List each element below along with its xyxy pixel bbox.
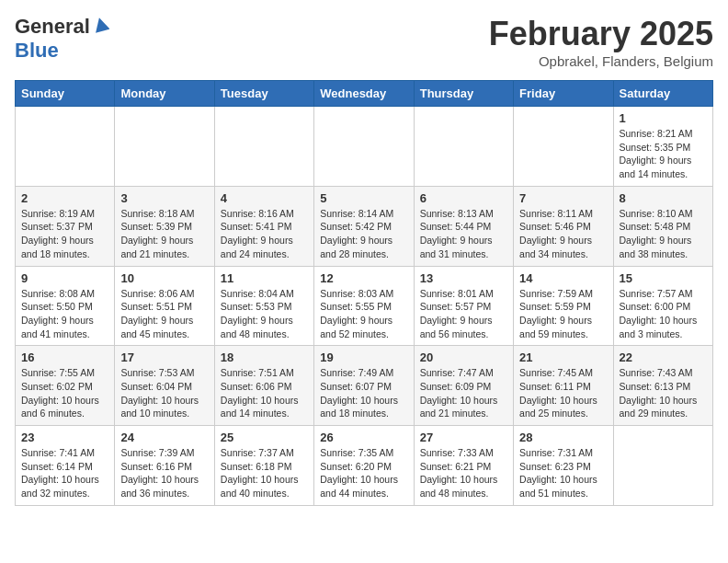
day-number: 20 — [420, 350, 507, 364]
calendar-cell: 3Sunrise: 8:18 AM Sunset: 5:39 PM Daylig… — [115, 186, 214, 266]
calendar-cell: 20Sunrise: 7:47 AM Sunset: 6:09 PM Dayli… — [414, 346, 513, 426]
day-number: 21 — [519, 350, 607, 364]
calendar-header-tuesday: Tuesday — [214, 81, 313, 107]
day-info: Sunrise: 7:43 AM Sunset: 6:13 PM Dayligh… — [620, 366, 707, 420]
day-info: Sunrise: 8:06 AM Sunset: 5:51 PM Dayligh… — [120, 287, 208, 341]
day-info: Sunrise: 7:51 AM Sunset: 6:06 PM Dayligh… — [221, 366, 308, 420]
logo-triangle-icon — [93, 17, 109, 37]
calendar-header-saturday: Saturday — [613, 81, 712, 107]
day-info: Sunrise: 7:47 AM Sunset: 6:09 PM Dayligh… — [420, 366, 507, 420]
calendar-body: 1Sunrise: 8:21 AM Sunset: 5:35 PM Daylig… — [16, 107, 713, 506]
day-info: Sunrise: 8:18 AM Sunset: 5:39 PM Dayligh… — [120, 207, 208, 261]
day-number: 6 — [420, 191, 507, 205]
calendar-header-sunday: Sunday — [16, 81, 115, 107]
day-info: Sunrise: 8:03 AM Sunset: 5:55 PM Dayligh… — [320, 287, 407, 341]
day-info: Sunrise: 7:57 AM Sunset: 6:00 PM Dayligh… — [620, 287, 707, 341]
calendar-cell — [514, 107, 613, 187]
calendar-cell: 18Sunrise: 7:51 AM Sunset: 6:06 PM Dayli… — [214, 346, 313, 426]
calendar-header-monday: Monday — [115, 81, 214, 107]
title-area: February 2025 Opbrakel, Flanders, Belgiu… — [489, 15, 713, 69]
day-info: Sunrise: 7:53 AM Sunset: 6:04 PM Dayligh… — [120, 366, 208, 420]
day-info: Sunrise: 7:49 AM Sunset: 6:07 PM Dayligh… — [320, 366, 407, 420]
calendar-cell: 2Sunrise: 8:19 AM Sunset: 5:37 PM Daylig… — [16, 186, 115, 266]
logo-blue-text: Blue — [15, 39, 59, 62]
page-header: General Blue February 2025 Opbrakel, Fla… — [15, 15, 713, 69]
calendar-cell: 8Sunrise: 8:10 AM Sunset: 5:48 PM Daylig… — [613, 186, 712, 266]
calendar-week-row: 9Sunrise: 8:08 AM Sunset: 5:50 PM Daylig… — [16, 266, 713, 346]
calendar-cell: 1Sunrise: 8:21 AM Sunset: 5:35 PM Daylig… — [613, 107, 712, 187]
calendar-cell: 27Sunrise: 7:33 AM Sunset: 6:21 PM Dayli… — [414, 426, 513, 506]
day-info: Sunrise: 8:14 AM Sunset: 5:42 PM Dayligh… — [320, 207, 407, 261]
day-info: Sunrise: 8:16 AM Sunset: 5:41 PM Dayligh… — [221, 207, 308, 261]
calendar-cell: 26Sunrise: 7:35 AM Sunset: 6:20 PM Dayli… — [314, 426, 414, 506]
day-number: 8 — [620, 191, 707, 205]
calendar-cell: 9Sunrise: 8:08 AM Sunset: 5:50 PM Daylig… — [16, 266, 115, 346]
calendar-cell: 14Sunrise: 7:59 AM Sunset: 5:59 PM Dayli… — [514, 266, 613, 346]
day-number: 14 — [519, 271, 607, 285]
day-info: Sunrise: 8:13 AM Sunset: 5:44 PM Dayligh… — [420, 207, 507, 261]
day-info: Sunrise: 7:31 AM Sunset: 6:23 PM Dayligh… — [519, 446, 607, 500]
day-info: Sunrise: 7:41 AM Sunset: 6:14 PM Dayligh… — [21, 446, 108, 500]
day-info: Sunrise: 7:45 AM Sunset: 6:11 PM Dayligh… — [519, 366, 607, 420]
day-number: 15 — [620, 271, 707, 285]
calendar-cell — [414, 107, 513, 187]
svg-marker-0 — [93, 17, 109, 33]
calendar-cell: 16Sunrise: 7:55 AM Sunset: 6:02 PM Dayli… — [16, 346, 115, 426]
day-info: Sunrise: 8:21 AM Sunset: 5:35 PM Dayligh… — [620, 127, 707, 181]
logo-general-text: General — [15, 15, 90, 39]
calendar-cell: 23Sunrise: 7:41 AM Sunset: 6:14 PM Dayli… — [16, 426, 115, 506]
calendar-cell: 17Sunrise: 7:53 AM Sunset: 6:04 PM Dayli… — [115, 346, 214, 426]
day-number: 10 — [120, 271, 208, 285]
calendar-cell: 12Sunrise: 8:03 AM Sunset: 5:55 PM Dayli… — [314, 266, 414, 346]
day-info: Sunrise: 8:04 AM Sunset: 5:53 PM Dayligh… — [221, 287, 308, 341]
calendar-week-row: 2Sunrise: 8:19 AM Sunset: 5:37 PM Daylig… — [16, 186, 713, 266]
calendar-cell: 10Sunrise: 8:06 AM Sunset: 5:51 PM Dayli… — [115, 266, 214, 346]
calendar-header-thursday: Thursday — [414, 81, 513, 107]
calendar-cell — [214, 107, 313, 187]
day-number: 24 — [120, 431, 208, 444]
day-number: 19 — [320, 350, 407, 364]
day-number: 13 — [420, 271, 507, 285]
calendar-cell — [314, 107, 414, 187]
month-title: February 2025 — [489, 15, 713, 53]
day-number: 12 — [320, 271, 407, 285]
calendar-cell: 19Sunrise: 7:49 AM Sunset: 6:07 PM Dayli… — [314, 346, 414, 426]
calendar-cell: 22Sunrise: 7:43 AM Sunset: 6:13 PM Dayli… — [613, 346, 712, 426]
calendar-cell — [613, 426, 712, 506]
day-number: 2 — [21, 191, 108, 205]
day-number: 17 — [120, 350, 208, 364]
day-info: Sunrise: 8:19 AM Sunset: 5:37 PM Dayligh… — [21, 207, 108, 261]
day-info: Sunrise: 8:10 AM Sunset: 5:48 PM Dayligh… — [620, 207, 707, 261]
logo: General Blue — [15, 15, 109, 63]
day-info: Sunrise: 7:55 AM Sunset: 6:02 PM Dayligh… — [21, 366, 108, 420]
day-info: Sunrise: 7:37 AM Sunset: 6:18 PM Dayligh… — [221, 446, 308, 500]
calendar-cell: 7Sunrise: 8:11 AM Sunset: 5:46 PM Daylig… — [514, 186, 613, 266]
calendar-cell: 6Sunrise: 8:13 AM Sunset: 5:44 PM Daylig… — [414, 186, 513, 266]
calendar-week-row: 23Sunrise: 7:41 AM Sunset: 6:14 PM Dayli… — [16, 426, 713, 506]
calendar-cell: 15Sunrise: 7:57 AM Sunset: 6:00 PM Dayli… — [613, 266, 712, 346]
calendar-cell: 24Sunrise: 7:39 AM Sunset: 6:16 PM Dayli… — [115, 426, 214, 506]
calendar-week-row: 1Sunrise: 8:21 AM Sunset: 5:35 PM Daylig… — [16, 107, 713, 187]
day-number: 3 — [120, 191, 208, 205]
calendar-cell: 11Sunrise: 8:04 AM Sunset: 5:53 PM Dayli… — [214, 266, 313, 346]
day-info: Sunrise: 7:39 AM Sunset: 6:16 PM Dayligh… — [120, 446, 208, 500]
calendar-header-friday: Friday — [514, 81, 613, 107]
day-number: 18 — [221, 350, 308, 364]
day-number: 1 — [620, 111, 707, 125]
calendar-cell — [115, 107, 214, 187]
day-info: Sunrise: 8:11 AM Sunset: 5:46 PM Dayligh… — [519, 207, 607, 261]
day-number: 5 — [320, 191, 407, 205]
day-info: Sunrise: 8:08 AM Sunset: 5:50 PM Dayligh… — [21, 287, 108, 341]
location-text: Opbrakel, Flanders, Belgium — [489, 53, 713, 69]
calendar-cell: 5Sunrise: 8:14 AM Sunset: 5:42 PM Daylig… — [314, 186, 414, 266]
day-number: 23 — [21, 431, 108, 444]
day-number: 11 — [221, 271, 308, 285]
calendar-cell: 25Sunrise: 7:37 AM Sunset: 6:18 PM Dayli… — [214, 426, 313, 506]
calendar-cell: 21Sunrise: 7:45 AM Sunset: 6:11 PM Dayli… — [514, 346, 613, 426]
day-number: 22 — [620, 350, 707, 364]
calendar-cell: 4Sunrise: 8:16 AM Sunset: 5:41 PM Daylig… — [214, 186, 313, 266]
calendar-cell: 13Sunrise: 8:01 AM Sunset: 5:57 PM Dayli… — [414, 266, 513, 346]
day-number: 26 — [320, 431, 407, 444]
day-info: Sunrise: 8:01 AM Sunset: 5:57 PM Dayligh… — [420, 287, 507, 341]
calendar-table: SundayMondayTuesdayWednesdayThursdayFrid… — [15, 80, 713, 506]
